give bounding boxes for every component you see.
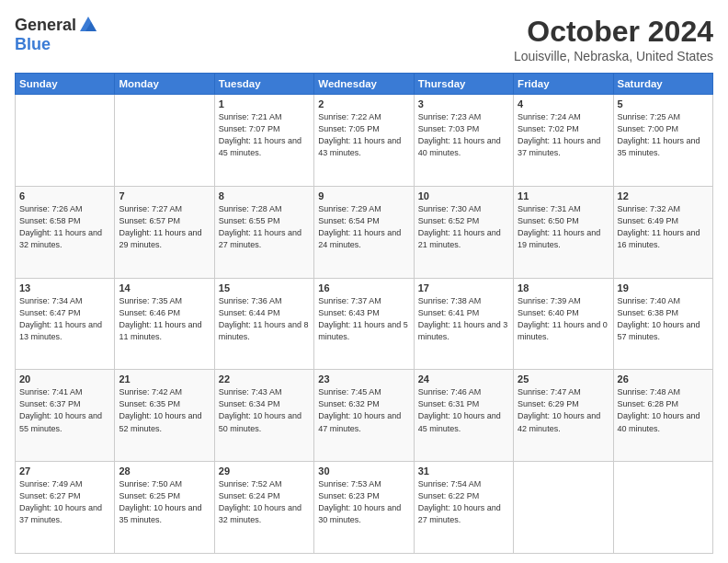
day-info: Sunrise: 7:46 AM Sunset: 6:31 PM Dayligh…: [418, 386, 509, 434]
logo-general-text: General: [15, 16, 76, 35]
col-sunday: Sunday: [16, 74, 115, 95]
calendar-day: 5Sunrise: 7:25 AM Sunset: 7:00 PM Daylig…: [613, 95, 712, 187]
day-number: 16: [318, 282, 409, 293]
page: General Blue October 2024 Louisville, Ne…: [0, 0, 728, 563]
calendar-day: 2Sunrise: 7:22 AM Sunset: 7:05 PM Daylig…: [314, 95, 414, 187]
day-info: Sunrise: 7:43 AM Sunset: 6:34 PM Dayligh…: [219, 386, 310, 434]
day-number: 2: [318, 98, 409, 109]
day-number: 29: [219, 465, 310, 477]
calendar-day: [514, 462, 613, 554]
day-number: 28: [119, 465, 210, 477]
day-info: Sunrise: 7:30 AM Sunset: 6:52 PM Dayligh…: [418, 203, 509, 251]
day-number: 30: [318, 465, 409, 477]
day-number: 3: [418, 98, 509, 109]
logo-blue-text: Blue: [15, 35, 51, 54]
calendar-week-5: 27Sunrise: 7:49 AM Sunset: 6:27 PM Dayli…: [16, 462, 713, 554]
day-number: 17: [418, 282, 509, 293]
day-info: Sunrise: 7:25 AM Sunset: 7:00 PM Dayligh…: [618, 111, 709, 159]
col-friday: Friday: [514, 74, 613, 95]
day-info: Sunrise: 7:42 AM Sunset: 6:35 PM Dayligh…: [119, 386, 210, 434]
calendar-day: 21Sunrise: 7:42 AM Sunset: 6:35 PM Dayli…: [115, 370, 214, 462]
day-number: 18: [518, 282, 609, 293]
calendar-day: 19Sunrise: 7:40 AM Sunset: 6:38 PM Dayli…: [613, 278, 712, 370]
day-number: 10: [418, 190, 509, 201]
header-row: Sunday Monday Tuesday Wednesday Thursday…: [16, 74, 713, 95]
calendar-day: 6Sunrise: 7:26 AM Sunset: 6:58 PM Daylig…: [16, 186, 115, 278]
day-number: 21: [119, 373, 210, 385]
calendar-header: Sunday Monday Tuesday Wednesday Thursday…: [16, 74, 713, 95]
calendar-day: 30Sunrise: 7:53 AM Sunset: 6:23 PM Dayli…: [314, 462, 414, 554]
day-info: Sunrise: 7:52 AM Sunset: 6:24 PM Dayligh…: [219, 478, 310, 526]
calendar-day: 8Sunrise: 7:28 AM Sunset: 6:55 PM Daylig…: [214, 186, 313, 278]
calendar-day: 4Sunrise: 7:24 AM Sunset: 7:02 PM Daylig…: [514, 95, 613, 187]
calendar-day: 7Sunrise: 7:27 AM Sunset: 6:57 PM Daylig…: [115, 186, 214, 278]
calendar-day: 10Sunrise: 7:30 AM Sunset: 6:52 PM Dayli…: [414, 186, 513, 278]
day-number: 31: [418, 465, 509, 477]
col-thursday: Thursday: [414, 74, 513, 95]
day-number: 5: [618, 98, 709, 109]
day-info: Sunrise: 7:47 AM Sunset: 6:29 PM Dayligh…: [518, 386, 609, 434]
day-info: Sunrise: 7:45 AM Sunset: 6:32 PM Dayligh…: [318, 386, 409, 434]
calendar-day: 23Sunrise: 7:45 AM Sunset: 6:32 PM Dayli…: [314, 370, 414, 462]
day-number: 1: [219, 98, 310, 109]
day-info: Sunrise: 7:50 AM Sunset: 6:25 PM Dayligh…: [119, 478, 210, 526]
calendar-day: 12Sunrise: 7:32 AM Sunset: 6:49 PM Dayli…: [613, 186, 712, 278]
calendar-day: 3Sunrise: 7:23 AM Sunset: 7:03 PM Daylig…: [414, 95, 513, 187]
calendar-day: 13Sunrise: 7:34 AM Sunset: 6:47 PM Dayli…: [16, 278, 115, 370]
day-number: 22: [219, 373, 310, 385]
day-info: Sunrise: 7:26 AM Sunset: 6:58 PM Dayligh…: [19, 203, 110, 251]
col-tuesday: Tuesday: [214, 74, 313, 95]
day-info: Sunrise: 7:36 AM Sunset: 6:44 PM Dayligh…: [219, 295, 310, 343]
day-info: Sunrise: 7:38 AM Sunset: 6:41 PM Dayligh…: [418, 295, 509, 343]
day-number: 24: [418, 373, 509, 385]
day-number: 7: [119, 190, 210, 201]
day-number: 8: [219, 190, 310, 201]
calendar-day: [613, 462, 712, 554]
calendar-day: 22Sunrise: 7:43 AM Sunset: 6:34 PM Dayli…: [214, 370, 313, 462]
calendar-table: Sunday Monday Tuesday Wednesday Thursday…: [15, 73, 713, 554]
calendar-day: 24Sunrise: 7:46 AM Sunset: 6:31 PM Dayli…: [414, 370, 513, 462]
day-number: 26: [618, 373, 709, 385]
calendar-day: [16, 95, 115, 187]
day-info: Sunrise: 7:54 AM Sunset: 6:22 PM Dayligh…: [418, 478, 509, 526]
day-number: 25: [518, 373, 609, 385]
day-info: Sunrise: 7:32 AM Sunset: 6:49 PM Dayligh…: [618, 203, 709, 251]
day-info: Sunrise: 7:29 AM Sunset: 6:54 PM Dayligh…: [318, 203, 409, 251]
calendar-day: 26Sunrise: 7:48 AM Sunset: 6:28 PM Dayli…: [613, 370, 712, 462]
day-info: Sunrise: 7:28 AM Sunset: 6:55 PM Dayligh…: [219, 203, 310, 251]
day-number: 9: [318, 190, 409, 201]
month-title: October 2024: [514, 15, 713, 49]
calendar-day: 28Sunrise: 7:50 AM Sunset: 6:25 PM Dayli…: [115, 462, 214, 554]
day-info: Sunrise: 7:39 AM Sunset: 6:40 PM Dayligh…: [518, 295, 609, 343]
day-number: 27: [19, 465, 110, 477]
calendar-day: 25Sunrise: 7:47 AM Sunset: 6:29 PM Dayli…: [514, 370, 613, 462]
day-info: Sunrise: 7:23 AM Sunset: 7:03 PM Dayligh…: [418, 111, 509, 159]
calendar-week-1: 1Sunrise: 7:21 AM Sunset: 7:07 PM Daylig…: [16, 95, 713, 187]
day-info: Sunrise: 7:41 AM Sunset: 6:37 PM Dayligh…: [19, 386, 110, 434]
day-number: 12: [618, 190, 709, 201]
logo-icon: [78, 15, 98, 35]
day-info: Sunrise: 7:49 AM Sunset: 6:27 PM Dayligh…: [19, 478, 110, 526]
col-wednesday: Wednesday: [314, 74, 414, 95]
day-number: 23: [318, 373, 409, 385]
day-info: Sunrise: 7:48 AM Sunset: 6:28 PM Dayligh…: [618, 386, 709, 434]
day-number: 15: [219, 282, 310, 293]
location: Louisville, Nebraska, United States: [514, 49, 713, 63]
day-info: Sunrise: 7:27 AM Sunset: 6:57 PM Dayligh…: [119, 203, 210, 251]
calendar-week-2: 6Sunrise: 7:26 AM Sunset: 6:58 PM Daylig…: [16, 186, 713, 278]
title-block: October 2024 Louisville, Nebraska, Unite…: [514, 15, 713, 63]
calendar-week-3: 13Sunrise: 7:34 AM Sunset: 6:47 PM Dayli…: [16, 278, 713, 370]
calendar-day: 16Sunrise: 7:37 AM Sunset: 6:43 PM Dayli…: [314, 278, 414, 370]
day-info: Sunrise: 7:24 AM Sunset: 7:02 PM Dayligh…: [518, 111, 609, 159]
calendar-body: 1Sunrise: 7:21 AM Sunset: 7:07 PM Daylig…: [16, 95, 713, 554]
day-number: 13: [19, 282, 110, 293]
day-info: Sunrise: 7:21 AM Sunset: 7:07 PM Dayligh…: [219, 111, 310, 159]
calendar-week-4: 20Sunrise: 7:41 AM Sunset: 6:37 PM Dayli…: [16, 370, 713, 462]
day-number: 14: [119, 282, 210, 293]
day-info: Sunrise: 7:31 AM Sunset: 6:50 PM Dayligh…: [518, 203, 609, 251]
col-monday: Monday: [115, 74, 214, 95]
day-number: 20: [19, 373, 110, 385]
calendar-day: [115, 95, 214, 187]
calendar-day: 9Sunrise: 7:29 AM Sunset: 6:54 PM Daylig…: [314, 186, 414, 278]
day-number: 6: [19, 190, 110, 201]
